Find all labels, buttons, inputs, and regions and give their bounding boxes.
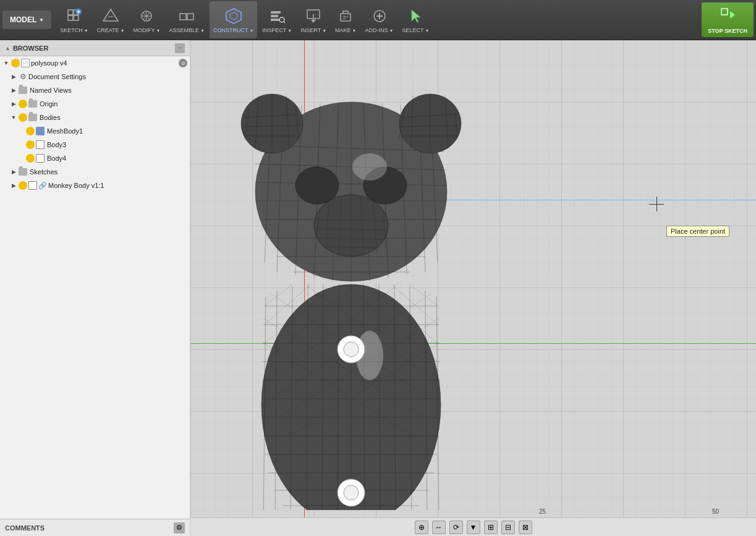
viewport[interactable]: Place center point 25 50 ⊕ ↔ ⟳ ▼ ⊞ ⊟ ⊠ (190, 40, 756, 536)
toolbar-add-ins[interactable]: ADD-INS▼ (362, 1, 397, 38)
svg-marker-18 (230, 12, 237, 20)
nav-btn-4[interactable]: ▼ (467, 521, 480, 534)
sketch-icon (64, 6, 84, 26)
ruler-mark-25: 25 (539, 508, 546, 515)
select-label: SELECT▼ (402, 27, 429, 33)
visibility-icon-body4[interactable] (26, 154, 35, 163)
expand-arrow-origin: ▶ (10, 100, 17, 108)
toolbar-inspect[interactable]: INSPECT▼ (258, 1, 295, 38)
tree-item-body4[interactable]: Body4 (15, 151, 190, 165)
add-ins-label: ADD-INS▼ (365, 27, 394, 33)
expand-arrow-root: ▼ (2, 59, 10, 67)
tree-label-body3: Body3 (47, 141, 66, 148)
tree-item-origin[interactable]: ▶ Origin (7, 97, 190, 111)
svg-rect-0 (68, 10, 73, 15)
tree-item-sketches[interactable]: ▶ Sketches (7, 165, 190, 179)
model-menu-button[interactable]: MODEL ▼ (2, 11, 51, 29)
svg-rect-20 (271, 15, 278, 17)
toolbar-construct[interactable]: CONSTRUCT▼ (210, 1, 257, 38)
toolbar-modify[interactable]: MODIFY▼ (130, 1, 164, 38)
toolbar-select[interactable]: SELECT▼ (398, 1, 433, 38)
browser-collapse-button[interactable]: − (175, 43, 185, 53)
toolbar-insert[interactable]: INSERT▼ (297, 1, 330, 38)
visibility-icon-bodies[interactable] (19, 113, 27, 122)
select-icon (406, 6, 425, 26)
nav-btn-6[interactable]: ⊟ (501, 521, 515, 534)
create-label: CREATE▼ (97, 27, 125, 33)
svg-rect-3 (74, 15, 79, 20)
svg-marker-37 (730, 11, 735, 19)
svg-rect-15 (187, 14, 193, 20)
svg-rect-19 (271, 11, 281, 14)
tree-label-doc-settings: Document Settings (28, 73, 86, 80)
toolbar-assemble[interactable]: ASSEMBLE▼ (165, 1, 208, 38)
visibility-icon-meshbody1[interactable] (26, 127, 35, 135)
tree-item-named-views[interactable]: ▶ Named Views (7, 83, 190, 97)
svg-marker-33 (412, 10, 420, 22)
expand-arrow-sketches: ▶ (10, 168, 17, 176)
expand-arrow-doc-settings: ▶ (10, 73, 17, 80)
crosshair (649, 197, 664, 211)
sidebar: ▲ BROWSER − ▼ 📄 polysoup v4 ⊙ ▶ ⚙ Docume… (0, 40, 190, 536)
ruler: 25 50 (304, 505, 756, 517)
construct-label: CONSTRUCT▼ (213, 27, 253, 33)
svg-rect-2 (68, 15, 73, 20)
insert-label: INSERT▼ (300, 27, 326, 33)
svg-line-23 (284, 22, 285, 23)
comments-settings-button[interactable]: ⚙ (174, 522, 185, 534)
main-area: ▲ BROWSER − ▼ 📄 polysoup v4 ⊙ ▶ ⚙ Docume… (0, 40, 756, 536)
svg-point-22 (279, 17, 284, 22)
tree-label-root: polysoup v4 (31, 59, 67, 67)
bear-model (221, 77, 481, 510)
svg-rect-21 (271, 19, 279, 21)
tree-item-meshbody1[interactable]: MeshBody1 (15, 124, 190, 138)
svg-rect-14 (180, 14, 186, 20)
svg-point-79 (295, 167, 339, 204)
tree-item-root[interactable]: ▼ 📄 polysoup v4 ⊙ (0, 56, 190, 70)
settings-icon-root[interactable]: ⊙ (179, 59, 187, 67)
ruler-mark-50: 50 (712, 508, 719, 515)
tree-label-bodies: Bodies (40, 114, 61, 121)
link-icon-monkey-body: 🔗 (38, 181, 47, 190)
body-icon-body3 (36, 140, 45, 149)
model-arrow: ▼ (39, 17, 44, 23)
visibility-icon-monkey-body[interactable] (19, 181, 27, 190)
svg-marker-17 (226, 9, 241, 23)
toolbar-create[interactable]: CREATE▼ (93, 1, 129, 38)
nav-btn-7[interactable]: ⊠ (519, 521, 532, 534)
svg-rect-27 (341, 14, 350, 21)
browser-header: ▲ BROWSER − (0, 40, 190, 56)
toolbar-sketch[interactable]: SKETCH▼ (56, 1, 91, 38)
nav-btn-5[interactable]: ⊞ (484, 521, 498, 534)
nav-btn-3[interactable]: ⟳ (449, 521, 463, 534)
tree-label-sketches: Sketches (30, 168, 57, 176)
inspect-label: INSPECT▼ (262, 27, 292, 33)
expand-arrow-monkey-body: ▶ (10, 182, 17, 189)
gear-icon-doc-settings: ⚙ (19, 72, 27, 81)
visibility-icon-root[interactable] (11, 59, 20, 67)
tree-item-bodies[interactable]: ▼ Bodies (7, 111, 190, 124)
tree-item-body3[interactable]: Body3 (15, 138, 190, 151)
toolbar-make[interactable]: MAKE▼ (331, 1, 360, 38)
stop-sketch-button[interactable]: STOP SKETCH (702, 2, 754, 37)
viewport-bottom-bar: ⊕ ↔ ⟳ ▼ ⊞ ⊟ ⊠ (190, 517, 756, 536)
construct-icon (224, 6, 244, 26)
expand-arrow-bodies: ▼ (10, 114, 17, 121)
visibility-icon-body3[interactable] (26, 140, 35, 149)
nav-btn-1[interactable]: ⊕ (415, 521, 428, 534)
expand-arrow-body4 (17, 155, 25, 162)
expand-arrow-body3 (17, 141, 25, 148)
svg-marker-26 (311, 20, 316, 23)
browser-title-label: BROWSER (13, 45, 48, 52)
tree-item-monkey-body[interactable]: ▶ 🔗 Monkey Body v1:1 (7, 179, 190, 192)
inspect-icon (267, 6, 287, 26)
tree-item-doc-settings[interactable]: ▶ ⚙ Document Settings (7, 70, 190, 83)
nav-btn-2[interactable]: ↔ (432, 521, 446, 534)
model-label: MODEL (10, 15, 36, 24)
visibility-icon-origin[interactable] (19, 100, 27, 108)
tree-label-meshbody1: MeshBody1 (47, 127, 83, 135)
sketch-label: SKETCH▼ (60, 27, 88, 33)
svg-point-139 (344, 342, 359, 357)
make-icon (336, 6, 355, 26)
create-icon (101, 6, 121, 26)
